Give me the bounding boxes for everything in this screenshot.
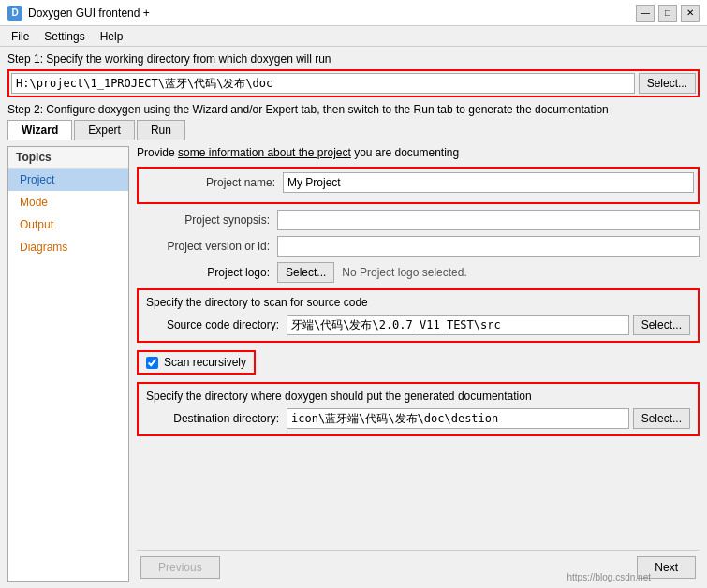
sidebar-item-diagrams[interactable]: Diagrams [8, 236, 128, 258]
sidebar-item-mode[interactable]: Mode [8, 191, 128, 213]
source-code-row: Source code directory: Select... [146, 315, 690, 335]
destination-input[interactable] [287, 408, 629, 429]
source-code-input[interactable] [287, 315, 629, 335]
project-synopsis-input[interactable] [277, 210, 700, 230]
previous-button[interactable]: Previous [140, 556, 220, 579]
sidebar-item-output[interactable]: Output [8, 213, 128, 236]
window-title: Doxygen GUI frontend + [28, 7, 636, 20]
project-version-label: Project version or id: [137, 240, 277, 253]
project-logo-text: No Project logo selected. [342, 266, 466, 279]
minimize-button[interactable]: — [636, 5, 655, 22]
step1-row: Select... [7, 69, 700, 97]
menu-bar: File Settings Help [0, 26, 707, 47]
project-name-section: Project name: [137, 167, 700, 204]
step1-label: Step 1: Specify the working directory fr… [7, 52, 700, 66]
watermark: https://blog.csdn.net [567, 572, 651, 582]
project-name-input[interactable] [283, 172, 694, 193]
destination-row: Destination directory: Select... [146, 408, 690, 429]
working-directory-select-button[interactable]: Select... [639, 73, 696, 94]
project-synopsis-row: Project synopsis: [137, 210, 700, 230]
panel-body: Topics Project Mode Output Diagrams Prov… [7, 146, 700, 582]
destination-select-button[interactable]: Select... [633, 408, 690, 429]
info-text: Provide some information about the proje… [137, 146, 700, 159]
right-panel: Provide some information about the proje… [137, 146, 700, 582]
project-version-input[interactable] [277, 236, 700, 257]
scan-recursively-label: Scan recursively [164, 356, 246, 369]
sidebar: Topics Project Mode Output Diagrams [7, 146, 129, 582]
working-directory-input[interactable] [11, 73, 635, 94]
title-bar-controls: — □ ✕ [636, 5, 700, 22]
main-content: Step 1: Specify the working directory fr… [0, 47, 707, 588]
tab-run[interactable]: Run [137, 120, 185, 140]
dest-section-desc: Specify the directory where doxygen shou… [146, 390, 690, 403]
project-name-label: Project name: [142, 176, 283, 189]
sidebar-header: Topics [8, 147, 128, 169]
title-bar: D Doxygen GUI frontend + — □ ✕ [0, 0, 707, 26]
scan-recursively-row: Scan recursively [137, 350, 256, 375]
source-code-label: Source code directory: [146, 318, 287, 331]
sidebar-item-project[interactable]: Project [8, 169, 128, 191]
source-section-desc: Specify the directory to scan for source… [146, 296, 690, 309]
close-button[interactable]: ✕ [681, 5, 700, 22]
tabs-row: Wizard Expert Run [7, 120, 700, 140]
project-logo-row: Project logo: Select... No Project logo … [137, 262, 700, 283]
menu-settings[interactable]: Settings [37, 28, 92, 45]
tab-expert[interactable]: Expert [74, 120, 135, 140]
project-version-row: Project version or id: [137, 236, 700, 257]
destination-label: Destination directory: [146, 412, 287, 425]
destination-section: Specify the directory where doxygen shou… [137, 382, 700, 436]
project-name-row: Project name: [142, 172, 694, 193]
maximize-button[interactable]: □ [658, 5, 677, 22]
source-code-select-button[interactable]: Select... [633, 315, 690, 335]
tab-wizard[interactable]: Wizard [7, 120, 72, 140]
step2-label: Step 2: Configure doxygen using the Wiza… [7, 103, 700, 116]
project-logo-label: Project logo: [137, 266, 277, 279]
app-icon: D [7, 6, 22, 21]
menu-help[interactable]: Help [93, 28, 131, 45]
menu-file[interactable]: File [4, 28, 37, 45]
project-logo-select-button[interactable]: Select... [277, 262, 334, 283]
scan-recursively-checkbox[interactable] [146, 357, 158, 369]
project-synopsis-label: Project synopsis: [137, 213, 277, 227]
source-code-section: Specify the directory to scan for source… [137, 288, 700, 343]
